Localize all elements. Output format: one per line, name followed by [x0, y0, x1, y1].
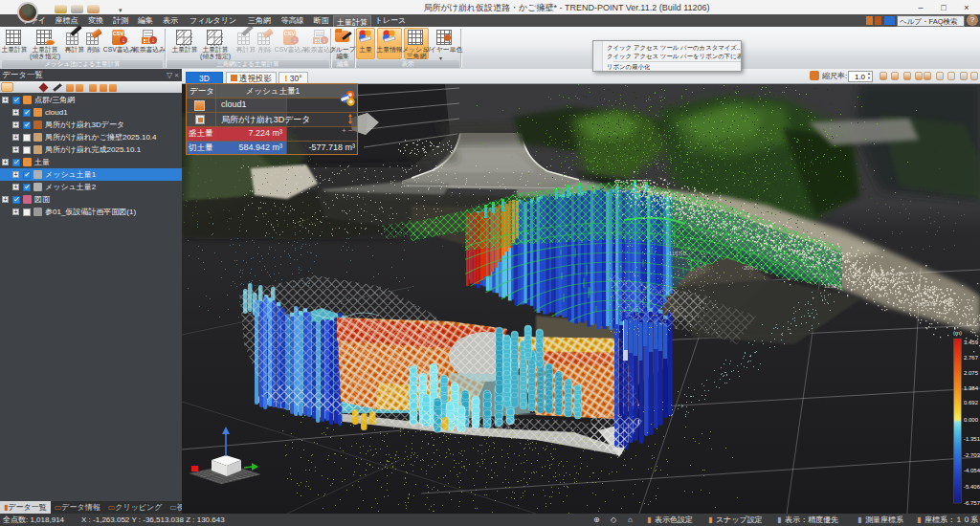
svg-text:-2.703: -2.703: [964, 452, 980, 458]
svg-text:-6.757: -6.757: [964, 500, 980, 506]
svg-text:-1.351: -1.351: [964, 436, 980, 442]
svg-text:3.459: 3.459: [964, 340, 979, 345]
svg-text:2.767: 2.767: [964, 355, 979, 361]
svg-text:(m): (m): [953, 330, 962, 336]
svg-text:-1167.0: -1167.0: [667, 251, 687, 256]
svg-text:1.384: 1.384: [964, 385, 979, 391]
svg-text:-5.406: -5.406: [964, 484, 980, 490]
svg-text:2.075: 2.075: [964, 370, 979, 376]
svg-text:-1253.6: -1253.6: [915, 301, 935, 307]
svg-text:1231.4: 1231.4: [824, 283, 842, 289]
svg-text:0.692: 0.692: [964, 400, 979, 405]
svg-text:0.000: 0.000: [964, 417, 979, 423]
svg-text:-4.054: -4.054: [964, 468, 980, 473]
svg-text:209.2: 209.2: [744, 265, 759, 271]
